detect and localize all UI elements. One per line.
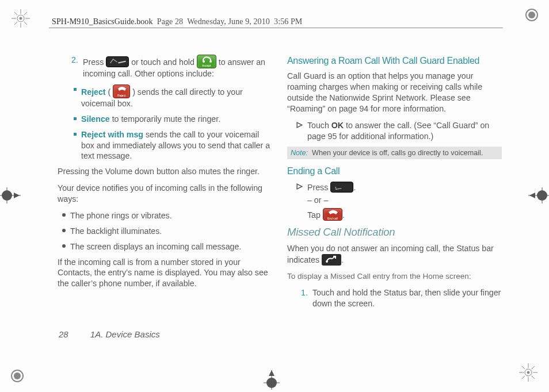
text: The screen displays an incoming call mes… [70, 241, 241, 252]
ok-label: OK [331, 121, 344, 130]
crop-mark-br [517, 361, 540, 384]
roam-para: Call Guard is an option that helps you m… [287, 71, 502, 114]
svg-line-9 [24, 12, 27, 15]
reject-option: Reject ( Reject ) sends the call directl… [58, 84, 272, 109]
missed-step-1: 1. Touch and hold the Status bar, then s… [287, 287, 502, 309]
crop-mark-tr [524, 7, 540, 23]
accept-icon: Accept [197, 55, 216, 68]
svg-point-17 [527, 371, 529, 374]
svg-line-8 [14, 22, 17, 25]
heading-missed: Missed Call Notification [287, 225, 502, 240]
icon-label: End call [323, 217, 342, 221]
reject-label: Reject [81, 87, 106, 97]
text: Press [83, 57, 106, 67]
doc-title: SPH-M910_BasicsGuide.book [52, 17, 153, 26]
notify-para: Your device notifies you of incoming cal… [58, 183, 272, 205]
section-title: 1A. Device Basics [90, 329, 160, 339]
svg-point-15 [14, 372, 21, 379]
dot-bullet-icon [62, 229, 66, 232]
crop-mark-tl [9, 7, 32, 30]
note-box: Note: When your device is off, calls go … [287, 147, 502, 160]
svg-line-6 [14, 12, 17, 15]
svg-point-12 [528, 11, 535, 18]
reject-with-msg-label: Reject with msg [81, 130, 143, 139]
missed-call-icon [322, 254, 341, 266]
page-footer: 28 1A. Device Basics [59, 329, 160, 339]
note-text: When your device is off, calls go direct… [312, 149, 483, 157]
dot-bullet-icon [62, 213, 66, 217]
svg-point-1 [20, 17, 22, 20]
text: sends the call directly to your voicemai… [81, 87, 243, 108]
page-columns: 2. Press or touch and hold Accept to ans… [58, 55, 502, 323]
text: . [341, 255, 344, 264]
text: The phone rings or vibrates. [70, 210, 172, 221]
svg-point-36 [209, 60, 212, 63]
text: The backlight illuminates. [70, 226, 162, 237]
missed-para: When you do not answer an incoming call,… [287, 243, 502, 266]
right-column: Answering a Roam Call With Call Guard En… [287, 55, 502, 323]
silence-option: Silence to temporarily mute the ringer. [58, 114, 272, 125]
contacts-para: If the incoming call is from a number st… [58, 257, 272, 290]
icon-label: Accept [197, 64, 216, 68]
end-call-steps: Press . – or – Tap End call . [287, 182, 502, 221]
text: Touch [307, 121, 331, 130]
square-bullet-icon [74, 133, 77, 136]
text: When you do not answer an incoming call,… [287, 244, 494, 264]
step-2-body: Press or touch and hold Accept to answer… [83, 55, 272, 79]
svg-line-25 [532, 366, 535, 369]
doc-date: Wednesday, June 9, 2010 [187, 17, 270, 26]
svg-point-35 [203, 60, 205, 63]
volume-para: Pressing the Volume down button also mut… [58, 166, 272, 177]
silence-label: Silence [81, 114, 110, 124]
reject-with-msg-option: Reject with msg sends the call to your v… [58, 129, 272, 162]
roam-step: Touch OK to answer the call. (See “Call … [287, 120, 502, 142]
reject-icon: Reject [113, 84, 130, 98]
reg-mark-left [0, 184, 21, 207]
talk-key-icon [106, 56, 129, 67]
step-2: 2. Press or touch and hold Accept to ans… [58, 55, 272, 79]
arrow-bullet-icon [296, 183, 303, 190]
dot-bullet-icon [62, 244, 66, 248]
left-column: 2. Press or touch and hold Accept to ans… [58, 55, 272, 323]
text: to temporarily mute the ringer. [110, 114, 220, 124]
text: Touch and hold the Status bar, then slid… [312, 287, 502, 309]
end-key-icon [330, 182, 353, 193]
square-bullet-icon [74, 88, 77, 91]
text: Tap [307, 210, 323, 220]
text: or touch and hold [131, 57, 197, 67]
header-rule [49, 28, 503, 28]
text: Press [307, 183, 330, 192]
svg-line-7 [24, 22, 27, 25]
svg-line-23 [532, 376, 535, 379]
end-call-icon: End call [323, 208, 342, 221]
crop-mark-bl [9, 368, 25, 384]
svg-point-37 [326, 260, 328, 263]
heading-roam: Answering a Roam Call With Call Guard En… [287, 55, 502, 67]
notify-3: The screen displays an incoming call mes… [58, 241, 272, 252]
notify-2: The backlight illuminates. [58, 226, 272, 237]
page-number: 28 [59, 329, 68, 339]
notify-1: The phone rings or vibrates. [58, 210, 272, 221]
icon-label: Reject [113, 94, 129, 98]
svg-line-24 [522, 376, 525, 379]
svg-line-22 [522, 366, 525, 369]
or-text: – or – [307, 195, 356, 206]
reg-mark-bottom [260, 370, 283, 390]
doc-header: SPH-M910_BasicsGuide.book Page 28 Wednes… [52, 17, 302, 26]
missed-sub: To display a Missed Call entry from the … [287, 271, 502, 282]
doc-page-ref: Page 28 [157, 17, 183, 26]
square-bullet-icon [74, 117, 77, 120]
reg-mark-right [528, 184, 549, 207]
heading-ending: Ending a Call [287, 165, 502, 177]
note-label: Note: [291, 149, 308, 157]
doc-time: 3:56 PM [274, 17, 302, 26]
step-number: 2. [71, 55, 79, 79]
arrow-bullet-icon [296, 122, 303, 128]
step-number: 1. [301, 287, 309, 309]
